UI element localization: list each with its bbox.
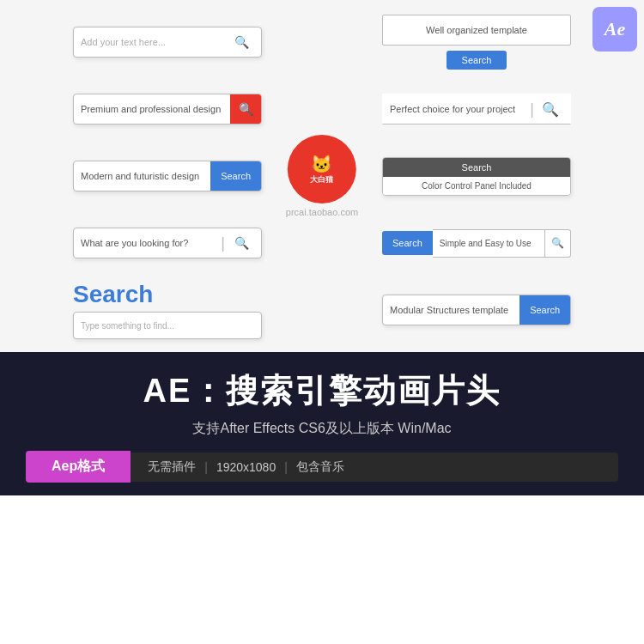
search-cell-2: Premium and professional design 🔍 [17, 80, 318, 138]
search-cell-1: Add your text here... 🔍 [17, 13, 318, 71]
tag-resolution: 1920x1080 [216, 460, 276, 474]
dark-sub-text: Color Control Panel Included [383, 177, 570, 195]
tag-music: 包含音乐 [296, 459, 344, 475]
search-bar-inline: Search Simple and Easy to Use 🔍 [382, 229, 571, 258]
search-cell-5: Search Type something to find... [17, 281, 318, 339]
big-search-placeholder: Type something to find... [81, 321, 254, 331]
modular-search-btn[interactable]: Search [519, 295, 570, 325]
search-bar-dark: Search Color Control Panel Included [382, 157, 571, 196]
inline-search-icon[interactable]: 🔍 [545, 229, 571, 258]
subtitle: 支持After Effects CS6及以上版本 Win/Mac [26, 420, 618, 438]
preview-area: Ae Add your text here... 🔍 Well organize… [0, 0, 644, 352]
ae-logo: Ae [592, 7, 637, 52]
tag-no-plugin: 无需插件 [148, 459, 196, 475]
tag-details: 无需插件 | 1920x1080 | 包含音乐 [131, 453, 618, 482]
search-text-3: Modern and futuristic design [81, 171, 210, 181]
search-cell-7: Well organized template Search [326, 13, 627, 71]
main-title: AE：搜索引擎动画片头 [26, 369, 618, 413]
search-icon-btn-8[interactable]: 🔍 [538, 96, 563, 122]
search-text-10: Modular Structures template [390, 305, 519, 315]
well-search-btn[interactable]: Search [447, 51, 507, 70]
search-orange-btn[interactable]: 🔍 [230, 94, 261, 124]
pipe-divider: | [530, 100, 534, 118]
search-cell-8: Perfect choice for your project | 🔍 [326, 80, 627, 138]
inline-search-btn[interactable]: Search [382, 231, 433, 255]
tag-format: Aep格式 [26, 451, 131, 483]
search-icon-btn-4[interactable]: 🔍 [228, 230, 254, 256]
search-bar-orange: Premium and professional design 🔍 [73, 94, 262, 125]
tags-row: Aep格式 无需插件 | 1920x1080 | 包含音乐 [26, 451, 618, 483]
search-bar-big: Search Type something to find... [73, 281, 262, 339]
well-text: Well organized template [426, 25, 527, 35]
info-area: AE：搜索引擎动画片头 支持After Effects CS6及以上版本 Win… [0, 352, 644, 495]
search-placeholder-1: Add your text here... [81, 37, 228, 47]
search-cell-6: Search Color Control Panel Included [326, 147, 627, 205]
search-cell-4: What are you looking for? | 🔍 [17, 214, 318, 272]
tag-sep-2: | [284, 460, 288, 474]
big-search-title: Search [73, 281, 153, 308]
tag-sep-1: | [204, 460, 208, 474]
search-text-4: What are you looking for? [81, 238, 221, 248]
search-cell-9: Search Simple and Easy to Use 🔍 [326, 214, 627, 272]
search-bar-simple: Add your text here... 🔍 [73, 27, 262, 58]
search-blue-btn[interactable]: Search [210, 161, 261, 191]
search-bar-pipe: Perfect choice for your project | 🔍 [382, 94, 571, 125]
search-bar-question: What are you looking for? | 🔍 [73, 228, 262, 258]
search-text-8: Perfect choice for your project [390, 104, 530, 114]
search-text-2: Premium and professional design [81, 104, 230, 114]
well-bar: Well organized template [382, 15, 571, 46]
search-cell-3: Modern and futuristic design Search [17, 147, 318, 205]
search-icon-btn-1[interactable]: 🔍 [228, 29, 254, 55]
search-cell-10: Modular Structures template Search [326, 281, 627, 339]
pipe-divider-2: | [221, 234, 225, 252]
dark-header-text: Search [383, 158, 570, 177]
search-bar-blue: Modern and futuristic design Search [73, 161, 262, 191]
inline-text: Simple and Easy to Use [433, 229, 545, 258]
big-search-input-bar[interactable]: Type something to find... [73, 312, 262, 339]
search-bar-well: Well organized template Search [382, 15, 571, 70]
search-bar-modular: Modular Structures template Search [382, 295, 571, 325]
